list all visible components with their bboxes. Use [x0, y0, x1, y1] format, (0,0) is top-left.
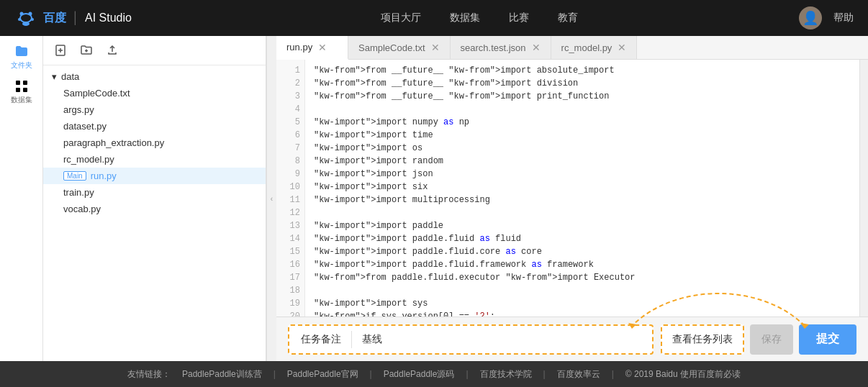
task-note-label: 任务备注 [295, 333, 347, 346]
tab-searchtestjson[interactable]: search.test.json ✕ [451, 36, 551, 59]
task-input-group: 任务备注 基线 [288, 324, 654, 355]
editor-area: run.py ✕ SampleCode.txt ✕ search.test.js… [276, 36, 868, 361]
file-name-rcmodel: rc_model.py [63, 154, 114, 165]
task-divider [351, 331, 352, 348]
file-item-paragraph[interactable]: paragraph_extraction.py [43, 135, 266, 151]
footer-div5: | [612, 369, 614, 379]
top-nav: 百度 │ AI Studio 项目大厅 数据集 比赛 教育 👤 帮助 [0, 0, 868, 36]
file-item-train[interactable]: train.py [43, 184, 266, 201]
scrollbar[interactable] [859, 60, 868, 317]
save-button[interactable]: 保存 [750, 324, 793, 355]
svg-point-1 [20, 12, 24, 16]
code-editor[interactable]: 123456789101112131415161718192021222324 … [276, 60, 868, 317]
tab-samplecode[interactable]: SampleCode.txt ✕ [348, 36, 451, 59]
file-toolbar [43, 36, 266, 65]
footer-link-baiducloud[interactable]: 百度效率云 [557, 368, 600, 381]
main-area: 文件夹 数据集 [0, 36, 868, 361]
save-label: 保存 [761, 333, 782, 346]
footer-link-paddleofficial[interactable]: PaddlePaddle官网 [287, 368, 358, 381]
footer-link-baidutechacademy[interactable]: 百度技术学院 [480, 368, 532, 381]
file-item-vocab[interactable]: vocab.py [43, 201, 266, 217]
avatar[interactable]: 👤 [799, 6, 822, 29]
new-file-icon [55, 45, 66, 56]
sidebar-datasets-label: 数据集 [11, 95, 32, 105]
upload-button[interactable] [104, 42, 121, 59]
folder-name: data [61, 71, 79, 82]
folder-chevron-icon: ▾ [52, 71, 57, 82]
new-folder-icon [81, 45, 92, 56]
logo-baidu-text: 百度 [43, 11, 66, 26]
upload-icon [107, 45, 118, 56]
svg-point-3 [18, 18, 21, 21]
file-name-train: train.py [63, 187, 94, 198]
svg-rect-7 [23, 81, 27, 85]
svg-point-5 [22, 22, 30, 26]
baseline-input[interactable] [388, 334, 646, 345]
footer-prefix: 友情链接： [127, 368, 171, 381]
svg-rect-6 [16, 81, 20, 85]
file-name-runpy: run.py [91, 170, 117, 181]
footer: 友情链接： PaddlePaddle训练营 | PaddlePaddle官网 |… [0, 361, 868, 387]
submit-label: 提交 [816, 332, 839, 347]
footer-div2: | [370, 369, 372, 379]
tab-samplecode-label: SampleCode.txt [358, 42, 425, 53]
task-actions: 查看任务列表 保存 提交 [661, 324, 856, 355]
code-content[interactable]: "kw-from">from __future__ "kw-from">impo… [305, 60, 859, 317]
tab-searchtestjson-label: search.test.json [461, 42, 526, 53]
footer-div1: | [273, 369, 276, 379]
folder-icon [14, 45, 29, 59]
grid-icon [14, 79, 29, 94]
file-panel: ▾ data SampleCode.txt args.py dataset.py… [43, 36, 266, 361]
baidu-logo-icon [14, 8, 37, 28]
file-tree: ▾ data SampleCode.txt args.py dataset.py… [43, 65, 266, 361]
logo-studio-text: AI Studio [85, 12, 132, 24]
sidebar: 文件夹 数据集 [0, 36, 43, 361]
footer-copyright: © 2019 Baidu 使用百度前必读 [625, 368, 741, 381]
tab-runpy[interactable]: run.py ✕ [276, 36, 348, 60]
file-name-dataset: dataset.py [63, 121, 107, 132]
tab-samplecode-close[interactable]: ✕ [431, 42, 440, 53]
baseline-label: 基线 [356, 333, 388, 346]
nav-items: 项目大厅 数据集 比赛 教育 [161, 9, 799, 27]
nav-right: 👤 帮助 [799, 6, 854, 29]
file-item-rcmodel[interactable]: rc_model.py [43, 151, 266, 168]
nav-item-datasets[interactable]: 数据集 [450, 9, 480, 27]
file-item-samplecode[interactable]: SampleCode.txt [43, 85, 266, 101]
view-tasks-label: 查看任务列表 [672, 333, 733, 346]
svg-rect-9 [23, 88, 27, 92]
file-name-paragraph: paragraph_extraction.py [63, 137, 164, 148]
nav-item-education[interactable]: 教育 [558, 9, 578, 27]
tab-rcmodel-close[interactable]: ✕ [618, 42, 626, 53]
footer-link-paddlesrc[interactable]: PaddlePaddle源码 [384, 368, 455, 381]
line-numbers: 123456789101112131415161718192021222324 [276, 60, 305, 317]
file-item-dataset[interactable]: dataset.py [43, 118, 266, 135]
bottom-action-bar: 任务备注 基线 查看任务列表 保存 [276, 317, 868, 361]
tab-runpy-label: run.py [286, 42, 312, 53]
nav-help[interactable]: 帮助 [833, 12, 854, 24]
collapse-handle[interactable]: ‹ [266, 36, 276, 361]
tab-runpy-close[interactable]: ✕ [318, 42, 327, 53]
new-file-button[interactable] [52, 42, 69, 59]
svg-point-4 [31, 18, 34, 21]
nav-item-competitions[interactable]: 比赛 [509, 9, 529, 27]
sidebar-item-files[interactable]: 文件夹 [7, 43, 36, 72]
file-name-args: args.py [63, 104, 94, 115]
svg-point-2 [29, 12, 32, 16]
submit-button[interactable]: 提交 [799, 324, 856, 355]
footer-div3: | [466, 369, 468, 379]
view-tasks-button[interactable]: 查看任务列表 [661, 324, 744, 355]
new-folder-button[interactable] [78, 42, 95, 59]
svg-rect-8 [16, 88, 20, 92]
file-item-args[interactable]: args.py [43, 101, 266, 118]
footer-link-paddlecamp[interactable]: PaddlePaddle训练营 [182, 368, 262, 381]
logo-divider: │ [72, 12, 79, 24]
tab-rcmodel[interactable]: rc_model.py ✕ [551, 36, 638, 59]
sidebar-item-datasets[interactable]: 数据集 [7, 78, 36, 106]
file-name-samplecode: SampleCode.txt [63, 88, 130, 99]
editor-tabs: run.py ✕ SampleCode.txt ✕ search.test.js… [276, 36, 868, 60]
file-item-runpy[interactable]: Main run.py [43, 168, 266, 184]
nav-item-projects[interactable]: 项目大厅 [381, 9, 421, 27]
folder-data[interactable]: ▾ data [43, 68, 266, 85]
main-badge: Main [63, 171, 86, 181]
tab-searchtestjson-close[interactable]: ✕ [532, 42, 541, 53]
